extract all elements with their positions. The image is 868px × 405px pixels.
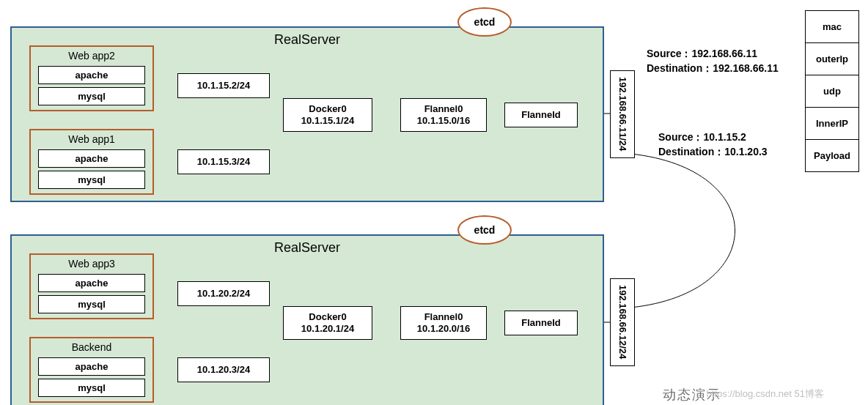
flannel0-name: Flannel0 [424, 103, 463, 115]
group-title: Web app3 [31, 255, 152, 271]
inner-packet-note: Source：10.1.15.2 Destination：10.1.20.3 [658, 130, 768, 159]
stack-outerip: outerIp [805, 43, 859, 75]
docker0-box: Docker0 10.1.15.1/24 [283, 98, 372, 132]
group-title: Backend [31, 338, 152, 354]
inner-dst: 10.1.20.3 [724, 146, 767, 157]
nic-ip: 192.168.66.11/24 [617, 77, 628, 151]
stack-udp: udp [805, 75, 859, 108]
group-backend: Backend apache mysql [29, 337, 154, 403]
inner-dst-label: Destination： [658, 146, 724, 157]
service-apache: apache [38, 274, 145, 292]
flannel0-box: Flannel0 10.1.15.0/16 [400, 98, 487, 132]
service-mysql: mysql [38, 295, 145, 313]
flannel0-ip: 10.1.20.0/16 [417, 323, 470, 335]
docker0-ip: 10.1.20.1/24 [301, 323, 354, 335]
server-title: RealServer [274, 32, 340, 48]
docker0-box: Docker0 10.1.20.1/24 [283, 306, 372, 340]
outer-src: 192.168.66.11 [691, 48, 757, 59]
flannel0-ip: 10.1.15.0/16 [417, 115, 470, 127]
pod-ip-box: 10.1.15.3/24 [177, 149, 270, 174]
service-apache: apache [38, 357, 145, 376]
inner-src: 10.1.15.2 [703, 131, 746, 143]
pod-ip-box: 10.1.15.2/24 [177, 73, 270, 98]
ip-text: 10.1.15.2/24 [197, 80, 250, 92]
ip-text: 10.1.20.2/24 [197, 288, 250, 300]
ip-text: 10.1.20.3/24 [197, 364, 250, 376]
outer-packet-note: Source：192.168.66.11 Destination：192.168… [647, 47, 779, 75]
service-mysql: mysql [38, 379, 145, 397]
nic-box-2: 192.168.66.12/24 [610, 278, 635, 366]
flannel0-box: Flannel0 10.1.20.0/16 [400, 306, 487, 340]
etcd-text: etcd [474, 16, 496, 28]
group-title: Web app1 [31, 130, 152, 146]
flannel0-name: Flannel0 [424, 311, 463, 323]
ip-text: 10.1.15.3/24 [197, 156, 250, 168]
stack-payload: Payload [805, 140, 859, 172]
real-server-1: RealServer Web app2 apache mysql 10.1.15… [10, 26, 604, 202]
flanneld-name: FlanneId [521, 317, 560, 329]
stack-innerip: InnerIP [805, 108, 859, 140]
service-apache: apache [38, 66, 145, 84]
etcd-text: etcd [474, 224, 496, 236]
group-webapp1: Web app1 apache mysql [29, 129, 154, 195]
server-title: RealServer [274, 240, 340, 256]
etcd-ellipse: etcd [457, 7, 512, 37]
pod-ip-box: 10.1.20.2/24 [177, 281, 270, 306]
docker0-name: Docker0 [309, 103, 346, 115]
stack-mac: mac [805, 10, 859, 43]
nic-box-1: 192.168.66.11/24 [610, 70, 635, 158]
service-apache: apache [38, 149, 145, 168]
real-server-2: RealServer Web app3 apache mysql 10.1.20… [10, 234, 604, 405]
group-webapp3: Web app3 apache mysql [29, 253, 154, 319]
inner-src-label: Source： [658, 131, 703, 143]
flanneld-name: FlanneId [521, 109, 560, 121]
packet-stack: mac outerIp udp InnerIP Payload [805, 10, 859, 172]
pod-ip-box: 10.1.20.3/24 [177, 357, 270, 382]
outer-src-label: Source： [647, 48, 691, 59]
etcd-ellipse: etcd [457, 215, 512, 245]
service-mysql: mysql [38, 87, 145, 105]
group-webapp2: Web app2 apache mysql [29, 45, 154, 111]
service-mysql: mysql [38, 171, 145, 189]
docker0-ip: 10.1.15.1/24 [301, 115, 354, 127]
flanneld-box: FlanneId [504, 311, 578, 335]
group-title: Web app2 [31, 47, 152, 63]
nic-ip: 192.168.66.12/24 [617, 285, 628, 359]
flanneld-box: FlanneId [504, 103, 578, 127]
outer-dst-label: Destination： [647, 62, 713, 74]
docker0-name: Docker0 [309, 311, 346, 323]
watermark-text: https://blog.csdn.net 51博客 [707, 387, 824, 401]
outer-dst: 192.168.66.11 [713, 62, 779, 74]
